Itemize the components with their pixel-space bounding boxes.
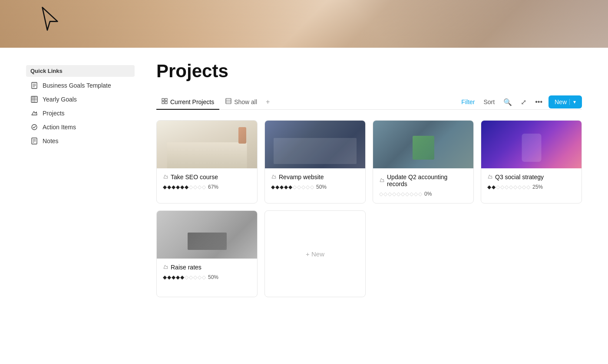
diamond-filled: ◆ bbox=[284, 184, 288, 190]
diamond-empty: ◇ bbox=[518, 184, 522, 190]
diamond-empty: ◇ bbox=[392, 191, 397, 197]
diamond-filled: ◆ bbox=[288, 184, 293, 190]
content-area: Projects Current ProjectsShow all + Filt… bbox=[148, 48, 582, 297]
more-options-icon[interactable]: ••• bbox=[532, 96, 545, 108]
diamond-filled: ◆ bbox=[176, 184, 180, 190]
tab-show-all[interactable]: Show all bbox=[220, 95, 262, 110]
card-title-raise-rates: Raise rates bbox=[163, 264, 251, 271]
diamond-empty: ◇ bbox=[505, 184, 509, 190]
diamond-empty: ◇ bbox=[301, 184, 306, 190]
diamond-empty: ◇ bbox=[418, 191, 423, 197]
diamond-empty: ◇ bbox=[193, 184, 198, 190]
new-button-chevron[interactable]: ▾ bbox=[569, 99, 576, 105]
new-card-placeholder[interactable]: + New bbox=[264, 210, 366, 297]
diamond-empty: ◇ bbox=[496, 184, 500, 190]
sort-button[interactable]: Sort bbox=[481, 97, 497, 107]
sidebar-icon-action-items bbox=[30, 123, 38, 131]
header-banner bbox=[0, 0, 608, 48]
tab-label-show-all: Show all bbox=[234, 98, 257, 105]
sidebar-icon-yearly-goals bbox=[30, 95, 38, 103]
diamond-filled: ◆ bbox=[280, 184, 284, 190]
diamond-filled: ◆ bbox=[487, 184, 492, 190]
card-take-seo-course[interactable]: Take SEO course ◆◆◆◆◆◆◇◇◇◇ 67% bbox=[156, 120, 258, 203]
cursor-icon bbox=[35, 4, 65, 35]
card-body-update-q2-accounting: Update Q2 accounting records ◇◇◇◇◇◇◇◇◇◇ … bbox=[373, 168, 473, 203]
card-cursor-icon bbox=[163, 264, 168, 271]
diamonds-row: ◆◆◆◆◆◇◇◇◇◇ bbox=[271, 184, 314, 190]
tab-current-projects[interactable]: Current Projects bbox=[156, 95, 219, 110]
card-image-update-q2-accounting bbox=[373, 121, 473, 168]
diamond-empty: ◇ bbox=[202, 274, 206, 280]
card-title-update-q2-accounting: Update Q2 accounting records bbox=[379, 174, 467, 187]
svg-rect-15 bbox=[165, 98, 167, 101]
tab-label-current-projects: Current Projects bbox=[170, 98, 214, 105]
card-title-revamp-website: Revamp website bbox=[271, 174, 359, 180]
card-update-q2-accounting[interactable]: Update Q2 accounting records ◇◇◇◇◇◇◇◇◇◇ … bbox=[373, 120, 474, 203]
card-title-take-seo-course: Take SEO course bbox=[163, 174, 251, 180]
sidebar-item-notes[interactable]: Notes bbox=[26, 134, 135, 148]
diamond-empty: ◇ bbox=[526, 184, 531, 190]
diamond-empty: ◇ bbox=[193, 274, 198, 280]
card-q3-social-strategy[interactable]: Q3 social strategy ◆◆◇◇◇◇◇◇◇◇ 25% bbox=[481, 120, 582, 203]
card-cursor-icon bbox=[163, 174, 168, 180]
diamond-empty: ◇ bbox=[405, 191, 410, 197]
card-body-take-seo-course: Take SEO course ◆◆◆◆◆◆◇◇◇◇ 67% bbox=[157, 168, 257, 196]
svg-rect-18 bbox=[226, 98, 231, 104]
tab-icon-show-all bbox=[225, 98, 231, 105]
diamond-empty: ◇ bbox=[410, 191, 414, 197]
sidebar-icon-business-goals bbox=[30, 82, 38, 89]
sidebar-icon-projects bbox=[30, 109, 38, 117]
search-icon[interactable]: 🔍 bbox=[501, 96, 515, 108]
sidebar-item-label-projects: Projects bbox=[43, 110, 65, 117]
new-button[interactable]: New ▾ bbox=[549, 95, 582, 108]
diamond-empty: ◇ bbox=[509, 184, 513, 190]
diamonds-row: ◆◆◆◆◆◆◇◇◇◇ bbox=[163, 184, 206, 190]
card-revamp-website[interactable]: Revamp website ◆◆◆◆◆◇◇◇◇◇ 50% bbox=[264, 120, 366, 203]
card-body-q3-social-strategy: Q3 social strategy ◆◆◇◇◇◇◇◇◇◇ 25% bbox=[481, 168, 582, 196]
progress-pct: 50% bbox=[316, 184, 327, 190]
diamond-empty: ◇ bbox=[397, 191, 401, 197]
svg-rect-16 bbox=[162, 102, 164, 104]
sidebar-item-label-yearly-goals: Yearly Goals bbox=[43, 96, 77, 103]
sidebar-item-action-items[interactable]: Action Items bbox=[26, 120, 135, 134]
sidebar-item-label-notes: Notes bbox=[43, 138, 59, 144]
sidebar-item-label-action-items: Action Items bbox=[43, 124, 76, 131]
diamond-filled: ◆ bbox=[167, 274, 172, 280]
diamond-filled: ◆ bbox=[172, 184, 176, 190]
tab-icon-current-projects bbox=[162, 98, 168, 105]
card-cursor-icon bbox=[379, 177, 384, 184]
diamond-empty: ◇ bbox=[306, 184, 310, 190]
diamond-empty: ◇ bbox=[198, 184, 202, 190]
card-title-q3-social-strategy: Q3 social strategy bbox=[487, 174, 575, 180]
diamond-empty: ◇ bbox=[297, 184, 301, 190]
progress-pct: 67% bbox=[208, 184, 218, 190]
tabs-bar: Current ProjectsShow all + Filter Sort 🔍… bbox=[156, 95, 582, 110]
add-tab-button[interactable]: + bbox=[262, 95, 273, 109]
diamond-empty: ◇ bbox=[513, 184, 518, 190]
card-progress-revamp-website: ◆◆◆◆◆◇◇◇◇◇ 50% bbox=[271, 184, 359, 190]
diamond-filled: ◆ bbox=[172, 274, 176, 280]
diamond-filled: ◆ bbox=[275, 184, 280, 190]
svg-rect-14 bbox=[162, 98, 164, 101]
filter-button[interactable]: Filter bbox=[459, 97, 477, 107]
diamond-empty: ◇ bbox=[185, 274, 189, 280]
arrange-icon[interactable]: ⤢ bbox=[518, 96, 529, 108]
diamond-filled: ◆ bbox=[163, 274, 167, 280]
diamond-empty: ◇ bbox=[414, 191, 418, 197]
progress-pct: 50% bbox=[208, 274, 218, 280]
sidebar-item-yearly-goals[interactable]: Yearly Goals bbox=[26, 92, 135, 106]
diamonds-row: ◆◆◆◆◆◇◇◇◇◇ bbox=[163, 274, 206, 280]
card-progress-raise-rates: ◆◆◆◆◆◇◇◇◇◇ 50% bbox=[163, 274, 251, 280]
sidebar-item-business-goals[interactable]: Business Goals Template bbox=[26, 79, 135, 92]
diamond-empty: ◇ bbox=[293, 184, 297, 190]
sidebar-item-projects[interactable]: Projects bbox=[26, 106, 135, 120]
card-progress-update-q2-accounting: ◇◇◇◇◇◇◇◇◇◇ 0% bbox=[379, 191, 467, 197]
diamond-filled: ◆ bbox=[163, 184, 167, 190]
card-image-raise-rates bbox=[157, 211, 257, 259]
cards-grid: Take SEO course ◆◆◆◆◆◆◇◇◇◇ 67% Revamp we… bbox=[156, 120, 582, 297]
card-raise-rates[interactable]: Raise rates ◆◆◆◆◆◇◇◇◇◇ 50% bbox=[156, 210, 258, 297]
card-cursor-icon bbox=[271, 174, 276, 180]
card-image-take-seo-course bbox=[157, 121, 257, 168]
progress-pct: 25% bbox=[532, 184, 543, 190]
new-button-label: New bbox=[555, 98, 567, 105]
